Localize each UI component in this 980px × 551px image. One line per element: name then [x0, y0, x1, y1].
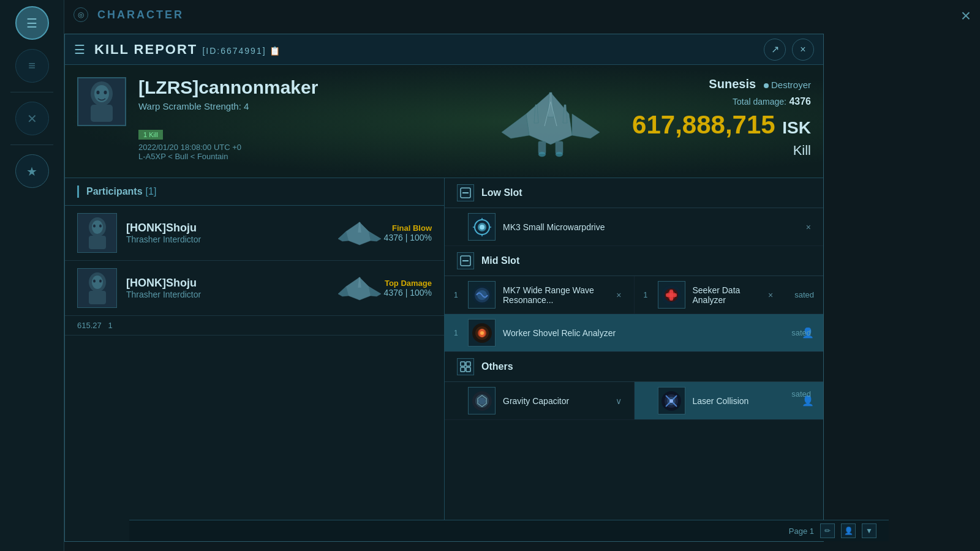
filter-icon: ▼	[865, 527, 873, 535]
svg-point-4	[104, 91, 107, 94]
victim-attr: Warp Scramble Strength: 4	[138, 101, 318, 111]
gravity-count	[454, 397, 463, 405]
svg-marker-33	[369, 287, 381, 296]
svg-point-29	[99, 280, 102, 283]
kill-location: L-A5XP < Bull < Fountain	[138, 152, 318, 161]
hamburger-icon: ☰	[26, 16, 37, 31]
svg-rect-61	[466, 362, 470, 366]
character-label: CHARACTER	[97, 9, 184, 21]
kill-tag: 1 Kill	[138, 130, 163, 140]
gravity-capacitor-item[interactable]: Gravity Capacitor ∨	[445, 382, 635, 419]
svg-rect-36	[462, 192, 469, 193]
gravity-close[interactable]: ∨	[612, 393, 625, 409]
participant-damage-1: 4376 | 100%	[384, 233, 432, 242]
low-slot-title: Low Slot	[481, 187, 522, 198]
main-close-button[interactable]: ×	[961, 6, 971, 26]
participant-item-2[interactable]: [HONK]Shoju Thrasher Interdictor Top Dam…	[65, 261, 444, 316]
svg-rect-30	[89, 291, 106, 304]
participant-ship-icon-2	[335, 274, 384, 302]
isk-label: ISK	[782, 118, 811, 137]
sidebar-divider-2	[10, 144, 53, 145]
sidebar-divider	[10, 92, 53, 92]
participant-damage-2: 4376 | 100%	[384, 288, 432, 298]
top-damage-label: Top Damage	[384, 279, 432, 288]
sidebar-cross-button[interactable]: ✕	[15, 102, 49, 135]
seeker-close[interactable]: ×	[765, 287, 776, 303]
mid-slot-item-1[interactable]: 1 MK7 Wide Range Wave Resonance... ×	[445, 276, 635, 313]
svg-point-72	[669, 399, 673, 403]
sidebar-lines-button[interactable]: ≡	[15, 49, 49, 83]
seeker-count: 1	[644, 291, 653, 299]
window-id: [ID:6674991] 📋	[202, 46, 281, 56]
compensated-label-1: sated	[794, 290, 814, 299]
others-title: Others	[481, 361, 513, 372]
svg-point-19	[93, 225, 96, 228]
relic-count: 1	[454, 329, 463, 337]
svg-point-59	[480, 331, 484, 335]
svg-rect-21	[89, 236, 106, 249]
bottom-value-row: 615.27 1	[65, 316, 444, 335]
victim-avatar	[77, 77, 126, 126]
victim-info: [LZRS]cannonmaker Warp Scramble Strength…	[138, 77, 318, 161]
low-slot-item-1[interactable]: MK3 Small Microwarpdrive ×	[445, 208, 823, 246]
svg-rect-1	[91, 105, 113, 122]
window-menu-icon[interactable]: ☰	[74, 42, 85, 57]
svg-point-18	[92, 220, 103, 234]
participant-ship-2: Thrasher Interdictor	[126, 290, 329, 299]
page-label: Page 1	[789, 527, 814, 536]
mid-item-count-1: 1	[454, 291, 463, 299]
mid-slot-item-2[interactable]: 1 Worker Shovel Relic Analyzer 👤	[445, 314, 823, 352]
compensated-label-3: sated	[791, 389, 811, 399]
svg-marker-22	[346, 222, 371, 245]
section-header-bar	[77, 186, 79, 198]
participant-ship-1: Thrasher Interdictor	[126, 234, 329, 244]
kill-result-label: Kill	[632, 143, 811, 159]
sidebar-menu-button[interactable]: ☰	[15, 6, 49, 40]
item-close-1[interactable]: ×	[803, 219, 814, 235]
participants-section-header: Participants [1]	[65, 178, 444, 206]
filter-button[interactable]: ▼	[862, 523, 876, 538]
svg-marker-24	[369, 231, 381, 241]
others-header: Others	[445, 352, 823, 382]
window-title: KILL REPORT [ID:6674991] 📋	[94, 42, 281, 58]
edit-button[interactable]: ✏	[820, 523, 835, 538]
dot-indicator	[764, 83, 769, 88]
participant-avatar-2	[77, 268, 117, 308]
relic-analyzer-icon	[468, 319, 496, 347]
svg-point-28	[93, 280, 96, 283]
wave-resonance-close[interactable]: ×	[613, 287, 624, 303]
copy-icon[interactable]: 📋	[270, 46, 281, 56]
kill-datetime: 2022/01/20 18:08:00 UTC +0	[138, 143, 318, 152]
svg-point-3	[97, 91, 100, 94]
mid-slot-item-pair-1[interactable]: 1 Seeker Data Analyzer × sated	[635, 276, 824, 313]
participant-item[interactable]: [HONK]Shoju Thrasher Interdictor Final B…	[65, 206, 444, 261]
participants-title: Participants	[86, 186, 143, 197]
final-blow-label: Final Blow	[384, 223, 432, 233]
relic-analyzer-name: Worker Shovel Relic Analyzer	[503, 328, 799, 338]
svg-point-12	[556, 152, 563, 157]
total-damage-value: 4376	[789, 96, 811, 107]
share-button[interactable]: ↗	[764, 39, 786, 61]
mid-slot-row-1: 1 MK7 Wide Range Wave Resonance... × 1	[445, 276, 823, 314]
person-button[interactable]: 👤	[841, 523, 856, 538]
sidebar-star-button[interactable]: ★	[15, 154, 49, 188]
svg-rect-60	[461, 362, 465, 366]
window-header: ☰ KILL REPORT [ID:6674991] 📋 ↗ ×	[65, 34, 823, 65]
svg-marker-6	[502, 114, 529, 138]
victim-name: [LZRS]cannonmaker	[138, 77, 318, 98]
gravity-capacitor-icon	[468, 387, 496, 414]
ship-graphic	[474, 71, 627, 175]
svg-point-11	[538, 152, 546, 157]
svg-rect-54	[666, 293, 677, 297]
mid-slot-icon	[457, 252, 474, 269]
seeker-analyzer-icon	[658, 281, 685, 309]
svg-marker-31	[346, 277, 371, 300]
compensated-label-2: sated	[791, 328, 811, 337]
bottom-bar: Page 1 ✏ 👤 ▼	[129, 520, 889, 541]
ship-type-name: Sunesis	[709, 77, 756, 91]
laser-collision-item[interactable]: Laser Collision 👤	[635, 382, 824, 419]
svg-rect-62	[461, 367, 465, 372]
close-window-button[interactable]: ×	[792, 39, 814, 61]
edit-icon: ✏	[824, 527, 831, 535]
microwarpdrive-icon	[468, 213, 496, 241]
